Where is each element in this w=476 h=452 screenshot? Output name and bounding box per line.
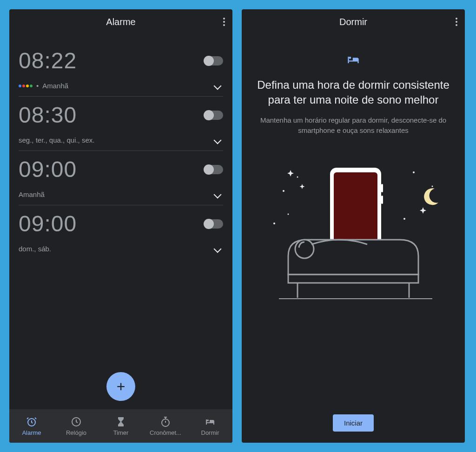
svg-point-5	[273, 223, 275, 224]
alarm-item[interactable]: 09:00 Amanhã	[19, 151, 223, 205]
expand-icon[interactable]	[214, 136, 222, 144]
svg-point-9	[403, 218, 405, 220]
expand-icon[interactable]	[214, 82, 222, 90]
alarm-time[interactable]: 08:30	[19, 102, 77, 128]
alarm-item[interactable]: 09:00 dom., sáb.	[19, 205, 223, 259]
svg-point-4	[297, 177, 298, 178]
alarm-time[interactable]: 09:00	[19, 211, 77, 236]
nav-label: Relógio	[66, 429, 86, 436]
alarm-list: 08:22 • Amanhã 08:30	[9, 37, 232, 409]
nav-label: Cronômet...	[150, 429, 181, 436]
nav-alarm[interactable]: Alarme	[9, 409, 54, 443]
bottom-navigation: Alarme Relógio Timer Cronômet... Dormir	[9, 409, 232, 443]
svg-rect-13	[381, 196, 383, 204]
start-button[interactable]: Iniciar	[333, 414, 374, 432]
stopwatch-icon	[160, 416, 171, 427]
alarm-schedule: • Amanhã	[19, 82, 68, 90]
nav-stopwatch[interactable]: Cronômet...	[143, 409, 188, 443]
svg-point-8	[432, 186, 433, 187]
more-options-icon[interactable]	[223, 18, 225, 26]
alarm-item[interactable]: 08:30 seg., ter., qua., qui., sex.	[19, 97, 223, 151]
alarm-item[interactable]: 08:22 • Amanhã	[19, 42, 223, 97]
nav-label: Alarme	[22, 429, 41, 436]
sleep-subtitle: Mantenha um horário regular para dormir,…	[255, 115, 452, 136]
sleep-content: Defina uma hora de dormir consistente pa…	[242, 37, 465, 443]
page-title: Dormir	[339, 17, 367, 27]
assistant-icon	[19, 85, 33, 87]
expand-icon[interactable]	[214, 245, 222, 253]
expand-icon[interactable]	[214, 190, 222, 198]
alarm-schedule: seg., ter., qua., qui., sex.	[19, 136, 94, 144]
hourglass-icon	[115, 416, 126, 427]
sleep-header: Dormir	[242, 9, 465, 37]
alarm-time[interactable]: 09:00	[19, 157, 77, 182]
more-options-icon[interactable]	[456, 18, 457, 26]
alarm-toggle[interactable]	[205, 219, 223, 229]
alarm-schedule: dom., sáb.	[19, 245, 51, 253]
clock-icon	[71, 416, 82, 427]
alarm-schedule: Amanhã	[19, 190, 45, 198]
alarm-screen: Alarme 08:22 • Amanhã	[9, 9, 232, 443]
alarm-time[interactable]: 08:22	[19, 48, 77, 73]
nav-timer[interactable]: Timer	[99, 409, 143, 443]
sleep-screen: Dormir Defina uma hora de dormir consist…	[242, 9, 465, 443]
svg-rect-11	[334, 172, 377, 244]
svg-rect-12	[381, 184, 383, 192]
alarm-header: Alarme	[9, 9, 232, 37]
nav-label: Dormir	[201, 429, 219, 436]
svg-rect-14	[288, 275, 418, 283]
nav-sleep[interactable]: Dormir	[188, 409, 232, 443]
svg-point-7	[413, 171, 415, 173]
nav-label: Timer	[113, 429, 129, 436]
alarm-toggle[interactable]	[205, 165, 223, 174]
sleep-illustration	[255, 163, 452, 312]
bed-icon	[205, 416, 216, 427]
svg-point-3	[283, 190, 284, 192]
alarm-toggle[interactable]	[205, 111, 223, 120]
alarm-toggle[interactable]	[205, 56, 223, 66]
nav-clock[interactable]: Relógio	[54, 409, 99, 443]
add-alarm-button[interactable]: +	[106, 372, 135, 401]
alarm-icon	[26, 416, 37, 427]
svg-point-6	[288, 214, 289, 215]
sleep-heading: Defina uma hora de dormir consistente pa…	[255, 78, 452, 108]
bed-icon	[347, 55, 360, 66]
page-title: Alarme	[106, 17, 135, 27]
